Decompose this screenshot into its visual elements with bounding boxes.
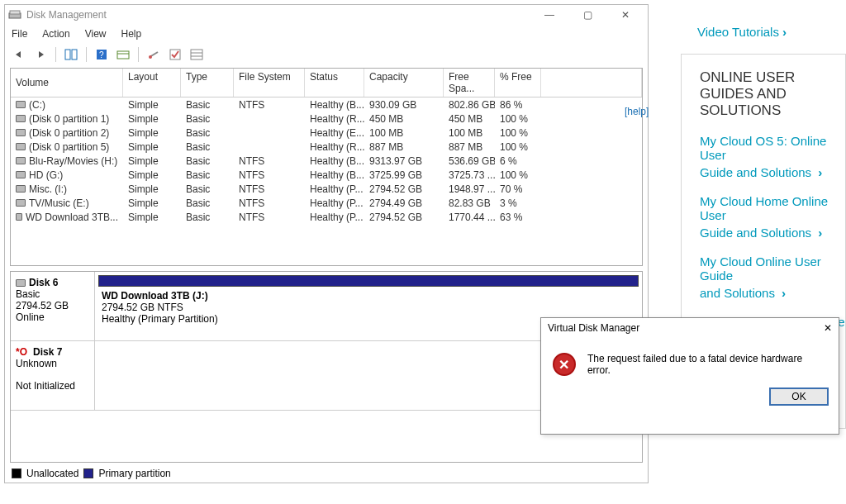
menu-help[interactable]: Help: [121, 28, 142, 40]
legend-primary-icon: [83, 468, 93, 478]
help-button[interactable]: ?: [93, 45, 111, 64]
col-status[interactable]: Status: [305, 69, 364, 97]
svg-text:?: ?: [99, 50, 104, 59]
partition-size: 2794.52 GB NTFS: [102, 302, 635, 313]
legend-unallocated-label: Unallocated: [26, 468, 78, 479]
col-pctfree[interactable]: % Free: [495, 69, 541, 97]
col-capacity[interactable]: Capacity: [364, 69, 444, 97]
disk-management-icon: [8, 8, 21, 21]
warning-icon: *O: [16, 346, 27, 358]
volume-table-body: (C:)SimpleBasicNTFSHealthy (B...930.09 G…: [11, 97, 642, 224]
sidebar-item-sub[interactable]: Guide and Solutions ›: [700, 226, 845, 240]
refresh-button[interactable]: [145, 45, 163, 64]
disk-6-state: Online: [16, 311, 89, 323]
menu-view[interactable]: View: [85, 28, 107, 40]
sidebar-video-tutorials[interactable]: Video Tutorials›: [697, 25, 846, 39]
disk-7-name: Disk 7: [33, 346, 62, 358]
sidebar-item-sub[interactable]: and Solutions ›: [700, 286, 845, 300]
table-row[interactable]: (C:)SimpleBasicNTFSHealthy (B...930.09 G…: [11, 97, 642, 112]
legend-unallocated-icon: [12, 468, 21, 478]
drive-icon: [16, 279, 26, 287]
titlebar[interactable]: Disk Management — ▢ ✕: [5, 5, 648, 25]
volume-table-header[interactable]: Volume Layout Type File System Status Ca…: [11, 69, 642, 97]
table-row[interactable]: TV/Music (E:)SimpleBasicNTFSHealthy (P..…: [11, 196, 642, 210]
drive-icon: [16, 101, 26, 108]
sidebar-item[interactable]: My Cloud Online User Guide: [700, 254, 845, 283]
col-type[interactable]: Type: [181, 69, 234, 97]
minimize-button[interactable]: —: [530, 5, 568, 25]
drive-icon: [16, 157, 26, 164]
disk-6-label: Disk 6 Basic 2794.52 GB Online: [11, 272, 95, 340]
menu-file[interactable]: File: [12, 28, 27, 40]
settings-button[interactable]: [114, 45, 132, 64]
dialog-close-button[interactable]: ✕: [824, 322, 832, 334]
table-row[interactable]: WD Download 3TB...SimpleBasicNTFSHealthy…: [11, 210, 642, 224]
drive-icon: [16, 115, 26, 122]
drive-icon: [16, 213, 22, 221]
svg-rect-1: [10, 11, 20, 14]
disk-7-type: Unknown: [16, 358, 89, 369]
window-title: Disk Management: [26, 9, 107, 21]
back-button[interactable]: [10, 45, 28, 64]
list-button[interactable]: [188, 45, 206, 64]
ok-button[interactable]: OK: [769, 388, 829, 406]
drive-icon: [16, 185, 26, 193]
error-dialog: Virtual Disk Manager ✕ The request faile…: [540, 317, 839, 435]
dialog-title: Virtual Disk Manager: [548, 322, 639, 334]
sidebar-item[interactable]: My Cloud Home Online User: [700, 194, 845, 222]
svg-point-8: [149, 55, 152, 59]
toolbar: ?: [5, 43, 648, 66]
table-row[interactable]: Misc. (I:)SimpleBasicNTFSHealthy (P...27…: [11, 182, 642, 196]
forward-button[interactable]: [31, 45, 50, 64]
partition-bar[interactable]: [98, 275, 639, 287]
drive-icon: [16, 143, 26, 150]
svg-rect-10: [191, 50, 202, 59]
sidebar-item[interactable]: My Cloud OS 5: Online User: [700, 134, 845, 162]
help-link[interactable]: [help]: [625, 106, 649, 117]
menu-action[interactable]: Action: [42, 28, 69, 40]
svg-rect-6: [117, 51, 129, 59]
drive-icon: [16, 171, 26, 178]
menubar: File Action View Help: [5, 25, 648, 43]
table-row[interactable]: HD (G:)SimpleBasicNTFSHealthy (B...3725.…: [11, 168, 642, 182]
disk-6-size: 2794.52 GB: [16, 300, 89, 311]
error-icon: [553, 353, 576, 376]
dialog-titlebar[interactable]: Virtual Disk Manager ✕: [541, 318, 839, 338]
table-row[interactable]: Blu-Ray/Movies (H:)SimpleBasicNTFSHealth…: [11, 154, 642, 168]
partition-title: WD Download 3TB (J:): [102, 290, 635, 302]
disk-7-label: *ODisk 7 Unknown Not Initialized: [11, 341, 95, 410]
col-layout[interactable]: Layout: [123, 69, 181, 97]
close-button[interactable]: ✕: [606, 5, 644, 25]
table-row[interactable]: (Disk 0 partition 2)SimpleBasicHealthy (…: [11, 126, 642, 140]
dialog-message: The request failed due to a fatal device…: [587, 353, 827, 376]
sidebar-item-sub[interactable]: Guide and Solutions ›: [700, 165, 845, 179]
disk-7-state: Not Initialized: [16, 380, 89, 392]
svg-rect-3: [72, 50, 77, 59]
chevron-right-icon: ›: [782, 286, 786, 300]
disk-6-type: Basic: [16, 288, 89, 300]
drive-icon: [16, 199, 26, 207]
svg-rect-2: [65, 50, 70, 59]
show-hide-button[interactable]: [62, 45, 80, 64]
drive-icon: [16, 129, 26, 136]
table-row[interactable]: (Disk 0 partition 1)SimpleBasicHealthy (…: [11, 112, 642, 126]
col-freespace[interactable]: Free Spa...: [444, 69, 495, 97]
col-filesystem[interactable]: File System: [234, 69, 305, 97]
table-row[interactable]: (Disk 0 partition 5)SimpleBasicHealthy (…: [11, 140, 642, 154]
volume-table[interactable]: Volume Layout Type File System Status Ca…: [10, 68, 643, 266]
legend: Unallocated Primary partition: [5, 464, 648, 483]
chevron-right-icon: ›: [782, 25, 787, 39]
maximize-button[interactable]: ▢: [568, 5, 606, 25]
legend-primary-label: Primary partition: [98, 468, 170, 479]
chevron-right-icon: ›: [818, 226, 822, 240]
disk-6-name: Disk 6: [29, 277, 58, 288]
sidebar-card-title: ONLINE USER GUIDES AND SOLUTIONS: [700, 69, 845, 119]
col-volume[interactable]: Volume: [11, 69, 123, 97]
check-button[interactable]: [166, 45, 184, 64]
chevron-right-icon: ›: [818, 165, 822, 179]
